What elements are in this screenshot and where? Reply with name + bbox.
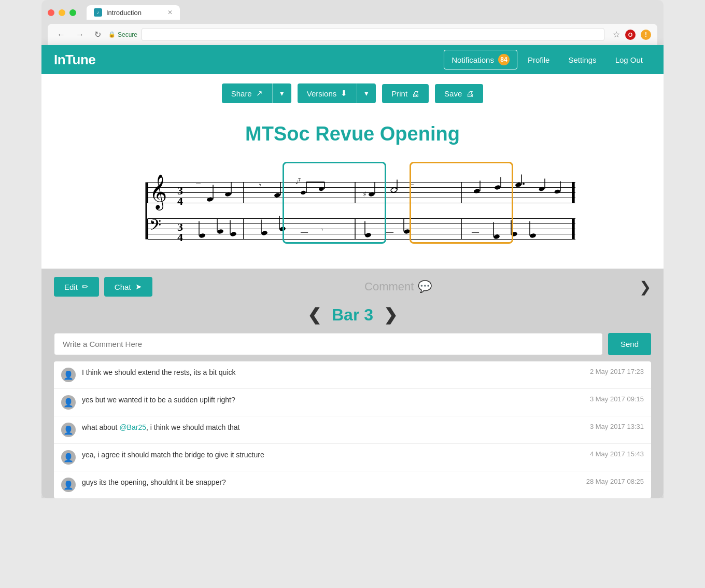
reload-button[interactable]: ↻ [91,29,104,40]
browser-tab[interactable]: Introduction ✕ [87,5,180,20]
toolbar: Share ↗ ▾ Versions ⬇ ▾ Print 🖨 Save 🖨 [41,74,664,113]
bookmark-icon[interactable]: ☆ [613,30,620,39]
message-text: I think we should extend the rests, its … [82,368,584,378]
collapse-button[interactable]: ❯ [639,278,651,296]
svg-point-74 [523,183,525,185]
score-title: MTSoc Revue Opening [62,123,643,145]
user-icon: 👤 [63,370,74,380]
chat-label: Chat [115,283,131,291]
notifications-button[interactable]: Notifications 84 [444,50,517,69]
svg-point-36 [217,229,224,234]
notifications-label: Notifications [452,55,494,64]
tab-title: Introduction [106,9,142,17]
comment-bubble-icon: 💬 [418,280,432,293]
forward-button[interactable]: → [73,29,87,40]
back-button[interactable]: ← [54,29,68,40]
svg-point-68 [473,188,481,194]
svg-text:—: — [300,228,308,236]
chat-messages-wrapper: 👤I think we should extend the rests, its… [54,361,651,498]
versions-group: Versions ⬇ ▾ [298,83,376,103]
close-dot[interactable] [48,9,54,16]
svg-text:—: — [196,181,201,186]
svg-point-53 [279,226,286,232]
chat-messages: 👤I think we should extend the rests, its… [54,361,651,498]
secure-badge: 🔒 Secure [108,31,137,38]
url-input[interactable] [142,28,604,41]
tab-favicon [94,8,102,17]
edit-icon: ✏ [82,282,89,291]
svg-text:—: — [386,228,394,236]
message-text: yea, i agree it should match the bridge … [82,450,584,460]
versions-label: Versions [307,89,337,98]
opera-icon[interactable]: O [625,30,636,40]
svg-text:𝄾: 𝄾 [259,184,261,187]
minimize-dot[interactable] [59,9,65,16]
logout-link[interactable]: Log Out [607,51,651,68]
versions-icon: ⬇ [341,89,347,98]
chat-message: 👤yes but we wanted it to be a sudden upl… [54,389,651,416]
edit-label: Edit [64,283,78,291]
chat-message: 👤what about @Bar25, i think we should ma… [54,416,651,444]
chat-message: 👤guys its the opening, shouldnt it be sn… [54,471,651,498]
svg-point-42 [274,192,281,198]
bar-prev-button[interactable]: ❮ [307,305,321,325]
bar-next-button[interactable]: ❯ [384,305,398,325]
versions-button[interactable]: Versions ⬇ [298,83,357,103]
share-dropdown-button[interactable]: ▾ [272,83,291,103]
svg-point-32 [224,191,232,197]
svg-point-45 [300,190,306,195]
notifications-badge: 84 [498,54,510,65]
sheet-music-svg: 𝄞 𝄢 3 4 3 4 — [119,158,586,251]
chat-button[interactable]: Chat ➤ [104,277,152,297]
comment-text: Comment [364,280,414,293]
message-text: yes but we wanted it to be a sudden upli… [82,395,584,405]
bottom-actions: Edit ✏ Chat ➤ Comment 💬 ❯ [54,277,651,303]
save-icon: 🖨 [466,89,474,98]
svg-text:4: 4 [177,231,183,244]
message-mention[interactable]: @Bar25 [119,423,146,431]
svg-text:—: — [195,225,204,232]
chat-message: 👤yea, i agree it should match the bridge… [54,444,651,471]
lock-icon: 🔒 [108,31,116,38]
versions-dropdown-button[interactable]: ▾ [357,83,376,103]
browser-chrome: Introduction ✕ ← → ↻ 🔒 Secure ☆ O ! [41,0,664,45]
svg-point-34 [199,233,206,239]
svg-point-51 [261,230,268,236]
svg-point-76 [493,234,500,240]
svg-point-58 [368,191,375,197]
svg-point-72 [515,182,522,188]
svg-text:—: — [471,228,480,236]
edit-button[interactable]: Edit ✏ [54,277,99,297]
svg-point-80 [529,233,537,239]
secure-label: Secure [118,31,137,38]
brand-logo: InTune [54,52,95,68]
svg-point-78 [511,231,518,237]
user-avatar: 👤 [61,368,76,382]
svg-text:—: — [410,181,414,186]
svg-text:♯: ♯ [363,190,366,198]
user-avatar: 👤 [61,423,76,437]
comment-input[interactable] [54,333,603,355]
share-button[interactable]: Share ↗ [222,83,272,103]
svg-point-84 [554,189,560,194]
bottom-panel: Edit ✏ Chat ➤ Comment 💬 ❯ ❮ Bar 3 ❯ [41,269,664,498]
profile-link[interactable]: Profile [519,51,558,68]
svg-text:𝄢: 𝄢 [149,217,161,237]
comment-input-row: Send [54,333,651,355]
chat-icon: ➤ [135,282,142,291]
address-bar: ← → ↻ 🔒 Secure ☆ O ! [48,24,657,45]
tab-close-button[interactable]: ✕ [167,9,173,16]
svg-point-30 [206,197,214,202]
settings-link[interactable]: Settings [560,51,604,68]
browser-titlebar: Introduction ✕ [48,5,657,20]
save-button[interactable]: Save 🖨 [435,84,483,103]
chat-message: 👤I think we should extend the rests, its… [54,361,651,389]
send-button[interactable]: Send [608,333,651,355]
print-button[interactable]: Print 🖨 [382,84,429,103]
user-icon: 👤 [63,398,74,408]
user-avatar: 👤 [61,450,76,465]
warning-icon[interactable]: ! [641,30,651,40]
print-label: Print [391,89,407,98]
maximize-dot[interactable] [69,9,76,16]
message-time: 3 May 2017 09:15 [590,395,644,403]
